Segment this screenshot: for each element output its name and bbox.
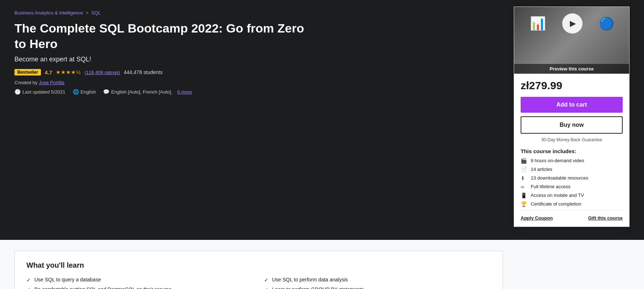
include-certificate-text: Certificate of completion <box>531 201 581 207</box>
content-area: What you'll learn ✓ Use SQL to query a d… <box>14 251 503 289</box>
card-body: zł279.99 Add to cart Buy now 30-Day Mone… <box>514 74 629 227</box>
language-item: 🌐 English <box>73 89 96 95</box>
include-mobile-text: Access on mobile and TV <box>531 193 584 198</box>
includes-title: This course includes: <box>521 148 623 154</box>
check-icon-4: ✓ <box>264 277 268 283</box>
breadcrumb-separator: > <box>86 10 88 16</box>
learn-grid: ✓ Use SQL to query a database ✓ Use SQL … <box>26 277 491 289</box>
rating-count[interactable]: (116,409 ratings) <box>85 70 120 75</box>
right-sidebar-spacer <box>514 251 630 289</box>
check-icon-1: ✓ <box>26 277 31 283</box>
bestseller-badge: Bestseller <box>14 69 41 76</box>
meta-row: 🕐 Last updated 5/2021 🌐 English 💬 Englis… <box>14 89 311 95</box>
breadcrumb: Business Analytics & Intelligence > SQL <box>14 10 311 16</box>
include-lifetime-text: Full lifetime access <box>531 184 571 189</box>
learn-item-4-text: Use SQL to perform data analysis <box>272 277 348 282</box>
course-purchase-card: 📊 🔵 Preview this course zł279.99 Add to … <box>514 7 630 227</box>
include-articles: 📄 14 articles <box>521 167 623 172</box>
hero-section: Business Analytics & Intelligence > SQL … <box>0 0 644 240</box>
clock-icon: 🕐 <box>14 89 21 95</box>
video-icon: 🎬 <box>521 158 527 164</box>
include-resources: ⬇ 13 downloadable resources <box>521 175 623 181</box>
captions-item: 💬 English [Auto], French [Auto], 6 more <box>103 89 192 95</box>
created-row: Created by Jose Portilla <box>14 80 311 85</box>
include-video: 🎬 9 hours on-demand video <box>521 158 623 164</box>
chart-icon: 📊 <box>530 16 546 31</box>
include-articles-text: 14 articles <box>531 167 552 172</box>
add-to-cart-button[interactable]: Add to cart <box>521 97 623 113</box>
certificate-icon: 🏆 <box>521 201 527 207</box>
guarantee-text: 30-Day Money-Back Guarantee <box>521 137 623 142</box>
course-title: The Complete SQL Bootcamp 2022: Go from … <box>14 21 311 51</box>
rating-row: Bestseller 4.7 ★★★★½ (116,409 ratings) 4… <box>14 69 311 76</box>
learn-item-1-text: Use SQL to query a database <box>34 277 101 282</box>
include-lifetime: ∞ Full lifetime access <box>521 184 623 190</box>
learn-item-1: ✓ Use SQL to query a database <box>26 277 253 283</box>
apply-coupon-button[interactable]: Apply Coupon <box>521 215 553 221</box>
learn-item-4: ✓ Use SQL to perform data analysis <box>264 277 491 283</box>
last-updated-item: 🕐 Last updated 5/2021 <box>14 89 65 95</box>
breadcrumb-child[interactable]: SQL <box>91 10 101 16</box>
gift-course-button[interactable]: Gift this course <box>588 215 623 221</box>
preview-area[interactable]: 📊 🔵 Preview this course <box>514 7 629 74</box>
learn-title: What you'll learn <box>26 261 491 269</box>
course-subtitle: Become an expert at SQL! <box>14 56 311 63</box>
play-button[interactable] <box>562 13 582 34</box>
learn-item-2: ✓ Be comfortable putting SQL and Postgre… <box>26 286 253 289</box>
include-mobile: 📱 Access on mobile and TV <box>521 193 623 198</box>
include-video-text: 9 hours on-demand video <box>531 158 584 163</box>
include-resources-text: 13 downloadable resources <box>531 175 588 181</box>
learn-box: What you'll learn ✓ Use SQL to query a d… <box>14 251 503 289</box>
include-certificate: 🏆 Certificate of completion <box>521 201 623 207</box>
preview-label[interactable]: Preview this course <box>514 64 629 74</box>
globe-icon: 🌐 <box>73 89 79 95</box>
language-text: English <box>81 89 96 95</box>
check-icon-2: ✓ <box>26 287 31 289</box>
last-updated-text: Last updated 5/2021 <box>22 89 65 95</box>
rating-number: 4.7 <box>45 69 52 76</box>
instructor-link[interactable]: Jose Portilla <box>39 80 64 85</box>
captions-icon: 💬 <box>103 89 109 95</box>
learn-item-5: ✓ Learn to perform GROUP BY statements <box>264 286 491 289</box>
hero-content: Business Analytics & Intelligence > SQL … <box>14 10 311 95</box>
main-content: What you'll learn ✓ Use SQL to query a d… <box>0 240 644 289</box>
star-rating: ★★★★½ <box>56 69 81 76</box>
check-icon-5: ✓ <box>264 287 268 289</box>
more-captions-link[interactable]: 6 more <box>177 89 192 95</box>
mobile-icon: 📱 <box>521 193 527 198</box>
created-by-label: Created by <box>14 80 38 85</box>
course-card: 📊 🔵 Preview this course zł279.99 Add to … <box>514 7 630 227</box>
articles-icon: 📄 <box>521 167 527 172</box>
captions-text: English [Auto], French [Auto], <box>111 89 172 95</box>
buy-now-button[interactable]: Buy now <box>521 116 623 134</box>
student-count: 444,478 students <box>124 69 162 75</box>
learn-item-2-text: Be comfortable putting SQL and PostgreSQ… <box>34 286 172 289</box>
preview-icon-row: 📊 🔵 <box>514 13 629 34</box>
infinity-icon: ∞ <box>521 184 527 190</box>
learn-item-5-text: Learn to perform GROUP BY statements <box>272 286 364 289</box>
coupon-row: Apply Coupon Gift this course <box>521 210 623 221</box>
postgresql-icon: 🔵 <box>599 16 614 31</box>
course-price: zł279.99 <box>521 79 623 92</box>
download-icon: ⬇ <box>521 175 527 181</box>
breadcrumb-parent[interactable]: Business Analytics & Intelligence <box>14 10 83 16</box>
